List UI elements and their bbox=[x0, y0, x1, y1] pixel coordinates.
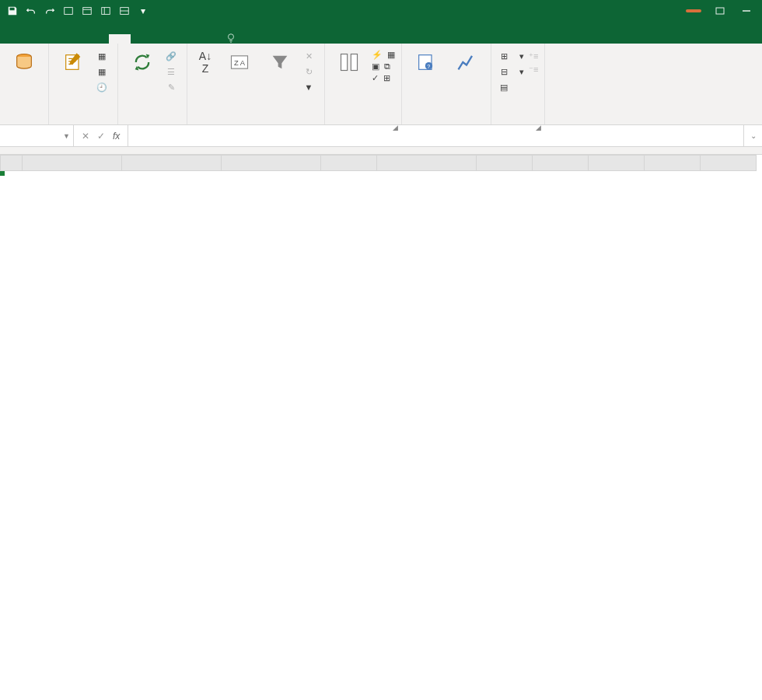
relationships-icon[interactable]: ⧉ bbox=[384, 61, 390, 72]
name-box[interactable]: ▼ bbox=[0, 125, 74, 146]
ribbon: ▦ ▦ 🕘 🔗 ☰ ✎ A↓Z Z A bbox=[0, 44, 762, 125]
group-button[interactable]: ⊞▾ bbox=[498, 50, 524, 62]
show-queries-button[interactable]: ▦ bbox=[96, 50, 111, 62]
svg-rect-0 bbox=[65, 8, 73, 15]
tell-me-search[interactable] bbox=[218, 33, 249, 44]
col-header[interactable] bbox=[645, 156, 701, 171]
svg-point-5 bbox=[229, 34, 234, 40]
recent-sources-button[interactable]: 🕘 bbox=[96, 81, 111, 93]
tab-data[interactable] bbox=[109, 34, 131, 44]
clear-icon: ✕ bbox=[302, 50, 315, 62]
qat-dropdown-icon[interactable]: ▾ bbox=[137, 5, 149, 17]
save-icon[interactable] bbox=[6, 5, 19, 17]
from-table-button[interactable]: ▦ bbox=[96, 65, 111, 78]
cancel-icon[interactable]: ✕ bbox=[82, 131, 89, 142]
col-header[interactable] bbox=[222, 156, 321, 171]
qat-icon[interactable] bbox=[118, 5, 131, 17]
select-all-corner[interactable] bbox=[1, 156, 23, 171]
group-label: ◢ bbox=[331, 121, 395, 123]
login-button[interactable] bbox=[686, 9, 701, 12]
col-header[interactable] bbox=[122, 156, 222, 171]
advanced-icon: ▼ bbox=[302, 81, 315, 93]
tab-help[interactable] bbox=[196, 34, 218, 44]
connections-button[interactable]: 🔗 bbox=[165, 50, 180, 62]
tab-layout[interactable] bbox=[65, 34, 87, 44]
window-controls bbox=[686, 3, 762, 19]
advanced-filter-button[interactable]: ▼ bbox=[302, 81, 318, 93]
filter-button[interactable] bbox=[262, 47, 298, 76]
formula-bar: ▼ ✕ ✓ fx ⌄ bbox=[0, 125, 762, 147]
dropdown-icon[interactable]: ▼ bbox=[63, 132, 70, 140]
col-header[interactable] bbox=[477, 156, 533, 171]
show-detail-icon[interactable]: ⁺≡ bbox=[529, 51, 538, 61]
expand-formula-icon[interactable]: ⌄ bbox=[743, 125, 762, 146]
redo-icon[interactable] bbox=[44, 5, 56, 17]
titlebar: ▾ bbox=[0, 0, 762, 22]
fill-handle[interactable] bbox=[0, 171, 5, 176]
reapply-icon: ↻ bbox=[302, 65, 315, 78]
qat-icon[interactable] bbox=[81, 5, 93, 17]
undo-icon[interactable] bbox=[25, 5, 37, 17]
forecast-sheet-button[interactable] bbox=[449, 47, 484, 76]
sort-icon: Z A bbox=[227, 50, 252, 75]
ungroup-button[interactable]: ⊟▾ bbox=[498, 65, 524, 78]
refresh-all-button[interactable] bbox=[124, 47, 160, 76]
svg-rect-1 bbox=[83, 8, 92, 15]
col-header[interactable] bbox=[701, 156, 757, 171]
edit-icon: ✎ bbox=[165, 81, 177, 93]
sort-button[interactable]: Z A bbox=[222, 47, 257, 76]
manage-model-icon[interactable]: ⊞ bbox=[383, 73, 390, 83]
group-label bbox=[408, 121, 484, 123]
flash-fill-icon[interactable]: ⚡ bbox=[372, 50, 383, 60]
properties-icon: ☰ bbox=[165, 65, 177, 78]
data-validation-icon[interactable]: ✓ bbox=[372, 73, 379, 83]
hide-detail-icon[interactable]: ⁻≡ bbox=[529, 65, 538, 75]
group-connections: 🔗 ☰ ✎ bbox=[118, 44, 187, 124]
fx-icon[interactable]: fx bbox=[113, 131, 120, 142]
clear-filter-button: ✕ bbox=[302, 50, 318, 62]
group-label bbox=[6, 121, 42, 123]
svg-rect-4 bbox=[716, 8, 724, 14]
col-header[interactable] bbox=[533, 156, 589, 171]
tab-dev[interactable] bbox=[174, 34, 196, 44]
tab-file[interactable] bbox=[0, 34, 22, 44]
spreadsheet-grid[interactable] bbox=[0, 155, 762, 700]
tab-home[interactable] bbox=[22, 34, 44, 44]
subtotal-button[interactable]: ▤ bbox=[498, 81, 524, 93]
group-label bbox=[124, 121, 180, 123]
group-forecast: ? bbox=[402, 44, 491, 124]
ribbon-options-icon[interactable] bbox=[712, 3, 728, 19]
svg-rect-2 bbox=[102, 8, 110, 15]
col-header[interactable] bbox=[23, 156, 122, 171]
consolidate-icon[interactable]: ▦ bbox=[387, 50, 395, 60]
tab-review[interactable] bbox=[131, 34, 152, 44]
whatif-icon: ? bbox=[414, 50, 439, 75]
table-icon: ▦ bbox=[96, 50, 108, 62]
minimize-icon[interactable] bbox=[739, 3, 754, 19]
svg-text:?: ? bbox=[427, 64, 430, 69]
sort-az-button[interactable]: A↓Z bbox=[194, 47, 217, 75]
tab-formulas[interactable] bbox=[87, 34, 109, 44]
text-to-columns-button[interactable] bbox=[331, 47, 367, 76]
qat-icon[interactable] bbox=[62, 5, 75, 17]
sheet-table[interactable] bbox=[0, 155, 757, 171]
qat-icon[interactable] bbox=[100, 5, 112, 17]
col-header[interactable] bbox=[377, 156, 477, 171]
formula-input[interactable] bbox=[128, 125, 743, 146]
col-header[interactable] bbox=[321, 156, 377, 171]
tab-view[interactable] bbox=[152, 34, 174, 44]
enter-icon[interactable]: ✓ bbox=[97, 131, 105, 142]
group-sort-filter: A↓Z Z A ✕ ↻ ▼ bbox=[187, 44, 325, 124]
get-external-data-button[interactable] bbox=[6, 47, 42, 76]
svg-rect-10 bbox=[341, 54, 348, 71]
group-label bbox=[55, 121, 111, 123]
subtotal-icon: ▤ bbox=[498, 81, 510, 93]
whatif-button[interactable]: ? bbox=[408, 47, 444, 76]
new-query-button[interactable] bbox=[55, 47, 91, 76]
col-header[interactable] bbox=[589, 156, 645, 171]
filter-icon bbox=[267, 50, 292, 75]
database-icon bbox=[12, 50, 37, 75]
tab-insert[interactable] bbox=[44, 34, 65, 44]
remove-dup-icon[interactable]: ▣ bbox=[372, 61, 379, 72]
ungroup-icon: ⊟ bbox=[498, 65, 510, 78]
